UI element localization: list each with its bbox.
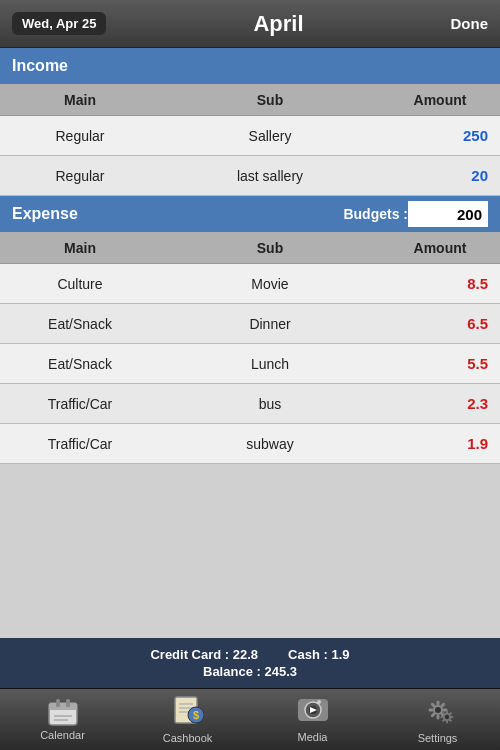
svg-rect-1 [49, 703, 77, 710]
expense-col-amount: Amount [380, 240, 500, 256]
svg-point-18 [435, 707, 441, 713]
budget-input[interactable] [408, 201, 488, 227]
tab-settings[interactable]: Settings [388, 695, 488, 744]
svg-line-34 [449, 720, 450, 721]
svg-line-25 [442, 704, 444, 706]
summary-row-1: Credit Card : 22.8 Cash : 1.9 [150, 647, 349, 662]
income-column-headers: Main Sub Amount [0, 84, 500, 116]
expense-cell-amount-0: 8.5 [380, 275, 500, 292]
balance-text: Balance : 245.3 [203, 664, 297, 679]
expense-row[interactable]: Traffic/Car subway 1.9 [0, 424, 500, 464]
income-col-main: Main [0, 92, 160, 108]
expense-cell-sub-4: subway [160, 436, 380, 452]
cashbook-icon: $ [172, 695, 204, 729]
income-cell-sub-1: last sallery [160, 168, 380, 184]
svg-line-33 [443, 713, 444, 714]
income-cell-main-1: Regular [0, 168, 160, 184]
cash-text: Cash : 1.9 [288, 647, 349, 662]
svg-line-23 [432, 704, 434, 706]
expense-cell-main-0: Culture [0, 276, 160, 292]
expense-cell-amount-4: 1.9 [380, 435, 500, 452]
summary-row-2: Balance : 245.3 [203, 664, 297, 679]
income-row[interactable]: Regular Sallery 250 [0, 116, 500, 156]
svg-rect-3 [66, 699, 70, 707]
expense-column-headers: Main Sub Amount [0, 232, 500, 264]
summary-bar: Credit Card : 22.8 Cash : 1.9 Balance : … [0, 638, 500, 688]
header-date: Wed, Apr 25 [12, 12, 106, 35]
media-icon [297, 696, 329, 728]
income-cell-amount-1: 20 [380, 167, 500, 184]
svg-rect-2 [56, 699, 60, 707]
expense-label: Expense [12, 205, 343, 223]
expense-cell-amount-2: 5.5 [380, 355, 500, 372]
expense-cell-main-2: Eat/Snack [0, 356, 160, 372]
expense-cell-sub-1: Dinner [160, 316, 380, 332]
income-col-sub: Sub [160, 92, 380, 108]
income-col-amount: Amount [380, 92, 500, 108]
tab-cashbook-label: Cashbook [163, 732, 213, 744]
expense-col-main: Main [0, 240, 160, 256]
tab-settings-label: Settings [418, 732, 458, 744]
expense-cell-main-3: Traffic/Car [0, 396, 160, 412]
tab-bar: Calendar $ Cashbook Media [0, 688, 500, 750]
expense-row[interactable]: Traffic/Car bus 2.3 [0, 384, 500, 424]
svg-point-15 [317, 700, 321, 704]
tab-media[interactable]: Media [263, 696, 363, 743]
calendar-icon [48, 698, 78, 726]
settings-icon [422, 695, 454, 729]
income-row[interactable]: Regular last sallery 20 [0, 156, 500, 196]
expense-cell-sub-2: Lunch [160, 356, 380, 372]
svg-line-26 [432, 714, 434, 716]
svg-line-36 [443, 720, 444, 721]
expense-row[interactable]: Eat/Snack Dinner 6.5 [0, 304, 500, 344]
expense-cell-main-4: Traffic/Car [0, 436, 160, 452]
expense-cell-amount-3: 2.3 [380, 395, 500, 412]
expense-cell-amount-1: 6.5 [380, 315, 500, 332]
budget-label: Budgets : [343, 206, 408, 222]
income-label: Income [12, 57, 488, 75]
tab-calendar-label: Calendar [40, 729, 85, 741]
expense-row[interactable]: Culture Movie 8.5 [0, 264, 500, 304]
done-button[interactable]: Done [450, 15, 488, 32]
expense-cell-main-1: Eat/Snack [0, 316, 160, 332]
expense-section-header: Expense Budgets : [0, 196, 500, 232]
income-cell-sub-0: Sallery [160, 128, 380, 144]
tab-media-label: Media [298, 731, 328, 743]
income-cell-amount-0: 250 [380, 127, 500, 144]
expense-col-sub: Sub [160, 240, 380, 256]
expense-cell-sub-0: Movie [160, 276, 380, 292]
expense-row[interactable]: Eat/Snack Lunch 5.5 [0, 344, 500, 384]
tab-cashbook[interactable]: $ Cashbook [138, 695, 238, 744]
credit-card-text: Credit Card : 22.8 [150, 647, 258, 662]
income-section-header: Income [0, 48, 500, 84]
main-content: Income Main Sub Amount Regular Sallery 2… [0, 48, 500, 638]
expense-cell-sub-3: bus [160, 396, 380, 412]
header: Wed, Apr 25 April Done [0, 0, 500, 48]
svg-point-28 [444, 715, 448, 719]
income-cell-main-0: Regular [0, 128, 160, 144]
svg-line-35 [449, 713, 450, 714]
svg-text:$: $ [192, 709, 198, 721]
header-title: April [253, 11, 303, 37]
tab-calendar[interactable]: Calendar [13, 698, 113, 741]
